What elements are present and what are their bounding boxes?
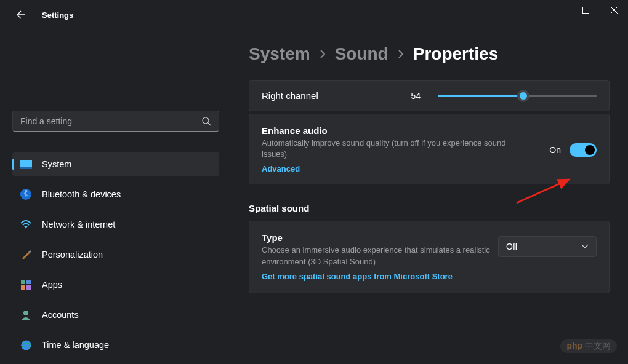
chevron-right-icon [319, 50, 326, 58]
close-icon [611, 7, 618, 14]
toggle-state-label: On [549, 145, 561, 155]
enhance-desc: Automatically improve sound quality (tur… [262, 138, 508, 160]
dropdown-value: Off [506, 242, 581, 251]
spatial-sound-card: Type Choose an immersive audio experienc… [249, 221, 610, 293]
svg-point-5 [25, 227, 26, 228]
slider-fill [438, 95, 523, 97]
volume-slider[interactable] [438, 95, 597, 97]
breadcrumb-current: Properties [413, 44, 499, 64]
svg-rect-8 [21, 285, 25, 290]
svg-rect-9 [26, 285, 31, 290]
minimize-icon [554, 7, 561, 14]
breadcrumb-system[interactable]: System [249, 44, 310, 64]
chevron-right-icon [397, 50, 405, 58]
nav-item-accounts[interactable]: Accounts [12, 303, 219, 326]
minimize-button[interactable] [543, 0, 571, 20]
slider-thumb[interactable] [517, 90, 529, 102]
toggle-knob [585, 145, 595, 155]
back-button[interactable] [9, 2, 33, 27]
svg-rect-6 [21, 280, 25, 284]
enhance-audio-card: Enhance audio Automatically improve soun… [249, 114, 610, 184]
breadcrumb: System Sound Properties [249, 44, 610, 64]
svg-rect-0 [582, 7, 589, 13]
search-input[interactable] [20, 116, 202, 126]
maximize-button[interactable] [571, 0, 600, 20]
svg-point-10 [23, 311, 28, 315]
nav-item-apps[interactable]: Apps [12, 273, 219, 296]
enhance-title: Enhance audio [262, 125, 549, 136]
store-link[interactable]: Get more spatial sound apps from Microso… [262, 272, 453, 281]
person-icon [20, 309, 32, 321]
wifi-icon [20, 218, 32, 231]
right-channel-label: Right channel [262, 90, 318, 101]
search-icon [202, 117, 211, 126]
svg-rect-7 [26, 280, 31, 284]
monitor-icon [20, 158, 32, 170]
nav-label: Time & language [42, 340, 109, 350]
nav-label: Personalization [42, 250, 103, 259]
nav-item-time-language[interactable]: Time & language [12, 333, 219, 357]
right-channel-card: Right channel 54 [249, 80, 610, 111]
nav-item-network[interactable]: Network & internet [12, 213, 219, 236]
advanced-link[interactable]: Advanced [262, 164, 300, 173]
search-box[interactable] [12, 111, 219, 132]
arrow-left-icon [16, 10, 26, 20]
globe-icon [20, 339, 32, 351]
enhance-toggle[interactable] [570, 143, 597, 157]
nav-item-personalization[interactable]: Personalization [12, 243, 219, 266]
app-title: Settings [42, 10, 73, 20]
maximize-icon [582, 7, 589, 14]
nav-label: Network & internet [42, 220, 115, 229]
svg-point-1 [203, 117, 209, 124]
close-button[interactable] [600, 0, 628, 20]
sidebar-nav: System Bluetooth & devices Network & int… [12, 152, 219, 363]
spatial-title: Type [262, 232, 498, 243]
apps-icon [20, 279, 32, 291]
nav-label: Bluetooth & devices [42, 189, 121, 199]
spatial-sound-header: Spatial sound [249, 203, 610, 213]
chevron-down-icon [581, 244, 589, 249]
brush-icon [20, 248, 32, 261]
svg-rect-3 [20, 167, 32, 169]
nav-label: Accounts [42, 310, 79, 320]
nav-item-system[interactable]: System [12, 152, 219, 176]
nav-label: System [42, 159, 71, 169]
slider-value: 54 [411, 91, 421, 101]
watermark: php 中文网 [560, 339, 617, 353]
spatial-type-dropdown[interactable]: Off [498, 236, 597, 257]
breadcrumb-sound[interactable]: Sound [335, 44, 388, 64]
bluetooth-icon [20, 188, 32, 200]
nav-label: Apps [42, 280, 62, 290]
spatial-desc: Choose an immersive audio experience tha… [262, 245, 498, 267]
nav-item-bluetooth[interactable]: Bluetooth & devices [12, 183, 219, 206]
